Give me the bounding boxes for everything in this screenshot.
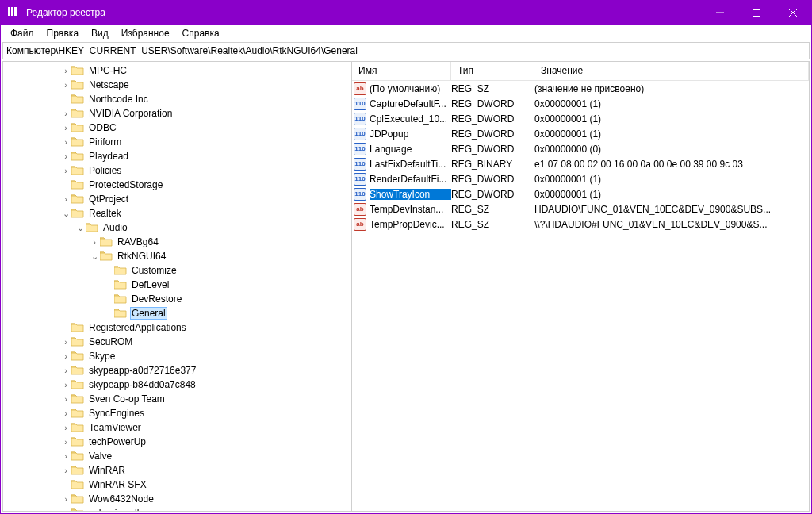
chevron-down-icon[interactable]: ⌄ (75, 223, 86, 233)
tree-item[interactable]: ›ODBC (3, 121, 351, 135)
menu-item[interactable]: Правка (40, 26, 86, 40)
menu-item[interactable]: Вид (85, 26, 115, 40)
tree-item[interactable]: ›Netscape (3, 78, 351, 92)
chevron-right-icon[interactable]: › (60, 451, 71, 461)
tree-item[interactable]: ⌄Audio (3, 221, 351, 235)
chevron-right-icon[interactable]: › (60, 123, 71, 132)
value-data: (значение не присвоено) (534, 83, 809, 94)
chevron-right-icon[interactable]: › (60, 166, 71, 175)
chevron-right-icon[interactable]: › (60, 394, 71, 404)
values-pane[interactable]: Имя Тип Значение ab(По умолчанию)REG_SZ(… (352, 62, 809, 511)
tree-item[interactable]: ›RAVBg64 (3, 235, 351, 249)
column-header-data[interactable]: Значение (534, 62, 809, 80)
value-row[interactable]: 110RenderDefaultFi...REG_DWORD0x00000001… (352, 171, 809, 186)
tree-item[interactable]: ›WinRAR SFX (3, 478, 351, 492)
chevron-down-icon[interactable]: ⌄ (60, 209, 71, 219)
menu-item[interactable]: Избранное (115, 26, 176, 40)
tree-item[interactable]: ›General (3, 306, 351, 320)
value-type: REG_BINARY (451, 159, 534, 170)
chevron-right-icon[interactable]: › (60, 380, 71, 389)
folder-icon (71, 379, 84, 390)
chevron-right-icon[interactable]: › (60, 494, 71, 504)
tree-item[interactable]: ›Wow6432Node (3, 492, 351, 506)
tree-item[interactable]: ›Policies (3, 163, 351, 178)
column-header-name[interactable]: Имя (352, 62, 451, 80)
tree-item-label: Northcode Inc (87, 94, 150, 105)
folder-icon (71, 179, 84, 190)
chevron-right-icon[interactable]: › (60, 337, 71, 347)
value-type: REG_DWORD (451, 128, 534, 140)
tree-item[interactable]: ›Valve (3, 449, 351, 463)
chevron-right-icon[interactable]: › (60, 466, 71, 475)
value-row[interactable]: 110LanguageREG_DWORD0x00000000 (0) (352, 141, 809, 156)
maximize-button[interactable] (738, 1, 775, 25)
tree-item[interactable]: ›Piriform (3, 135, 351, 149)
tree-item[interactable]: ⌄Realtek (3, 206, 351, 221)
svg-rect-10 (753, 10, 760, 17)
chevron-right-icon[interactable]: › (60, 152, 71, 161)
tree-item[interactable]: ›DevRestore (3, 292, 351, 306)
tree-item[interactable]: ›ProtectedStorage (3, 178, 351, 192)
value-row[interactable]: 110CaptureDefaultF...REG_DWORD0x00000001… (352, 96, 809, 111)
tree-item[interactable]: ›SecuROM (3, 335, 351, 349)
column-header-type[interactable]: Тип (451, 62, 534, 80)
tree-item[interactable]: ›RegisteredApplications (3, 320, 351, 335)
tree-item[interactable]: ›Northcode Inc (3, 92, 351, 106)
chevron-right-icon[interactable]: › (60, 409, 71, 418)
value-row[interactable]: abTempDevInstan...REG_SZHDAUDIO\FUNC_01&… (352, 201, 809, 217)
tree-item[interactable]: ›Skype (3, 349, 351, 363)
chevron-right-icon[interactable]: › (60, 423, 71, 432)
chevron-right-icon[interactable]: › (60, 80, 71, 90)
close-button[interactable] (775, 1, 811, 25)
chevron-right-icon[interactable]: › (60, 109, 71, 118)
tree-item[interactable]: ›NVIDIA Corporation (3, 106, 351, 121)
reg-binary-icon: 110 (354, 173, 366, 186)
tree-item[interactable]: ›DefLevel (3, 278, 351, 292)
tree-item[interactable]: ›Playdead (3, 149, 351, 163)
tree-item[interactable]: ›skypeapp-b84dd0a7c848 (3, 378, 351, 392)
tree-item[interactable]: ›QtProject (3, 192, 351, 206)
tree-item-label: SecuROM (87, 336, 134, 347)
chevron-right-icon[interactable]: › (89, 237, 100, 247)
value-name: Language (370, 144, 451, 155)
folder-icon (71, 508, 84, 511)
tree-item-label: WinRAR (87, 465, 127, 476)
chevron-right-icon[interactable]: › (60, 366, 71, 375)
tree-item[interactable]: ›SyncEngines (3, 406, 351, 420)
tree-item[interactable]: ›techPowerUp (3, 435, 351, 449)
value-type: REG_SZ (451, 219, 534, 230)
tree-pane[interactable]: ›MPC-HC›Netscape›Northcode Inc›NVIDIA Co… (3, 62, 352, 511)
titlebar[interactable]: Редактор реестра (1, 1, 811, 25)
value-row[interactable]: 110JDPopupREG_DWORD0x00000001 (1) (352, 126, 809, 141)
chevron-right-icon[interactable]: › (60, 508, 71, 511)
minimize-button[interactable] (702, 1, 738, 25)
value-data: HDAUDIO\FUNC_01&VEN_10EC&DEV_0900&SUBS..… (534, 204, 809, 215)
app-window: Редактор реестра ФайлПравкаВидИзбранноеС… (0, 0, 812, 514)
tree-item[interactable]: ›Sven Co-op Team (3, 392, 351, 406)
tree-item[interactable]: ›MPC-HC (3, 63, 351, 78)
chevron-right-icon[interactable]: › (60, 194, 71, 204)
tree-item[interactable]: ›skypeapp-a0d72716e377 (3, 363, 351, 378)
folder-icon (86, 222, 98, 233)
reg-string-icon: ab (354, 82, 366, 95)
chevron-right-icon[interactable]: › (60, 351, 71, 361)
tree-item[interactable]: ›TeamViewer (3, 420, 351, 435)
tree-item[interactable]: ›yahooinstall (3, 506, 351, 511)
chevron-down-icon[interactable]: ⌄ (89, 251, 100, 262)
tree-item[interactable]: ⌄RtkNGUI64 (3, 249, 351, 263)
chevron-right-icon[interactable]: › (60, 137, 71, 147)
value-row[interactable]: 110ShowTrayIconREG_DWORD0x00000001 (1) (352, 186, 809, 201)
menu-item[interactable]: Справка (176, 26, 226, 40)
tree-item[interactable]: ›WinRAR (3, 463, 351, 478)
tree-item-label: yahooinstall (87, 508, 140, 511)
chevron-right-icon[interactable]: › (60, 437, 71, 447)
menu-item[interactable]: Файл (4, 26, 40, 40)
value-row[interactable]: abTempPropDevic...REG_SZ\\?\HDAUDIO#FUNC… (352, 217, 809, 232)
address-bar[interactable]: Компьютер\HKEY_CURRENT_USER\Software\Rea… (2, 42, 810, 59)
reg-binary-icon: 110 (354, 143, 366, 155)
chevron-right-icon[interactable]: › (60, 66, 71, 75)
value-row[interactable]: ab(По умолчанию)REG_SZ(значение не присв… (352, 81, 809, 96)
value-row[interactable]: 110CplExecuted_10...REG_DWORD0x00000001 … (352, 111, 809, 126)
value-row[interactable]: 110LastFixDefaultTi...REG_BINARYe1 07 08… (352, 156, 809, 171)
tree-item[interactable]: ›Customize (3, 263, 351, 278)
